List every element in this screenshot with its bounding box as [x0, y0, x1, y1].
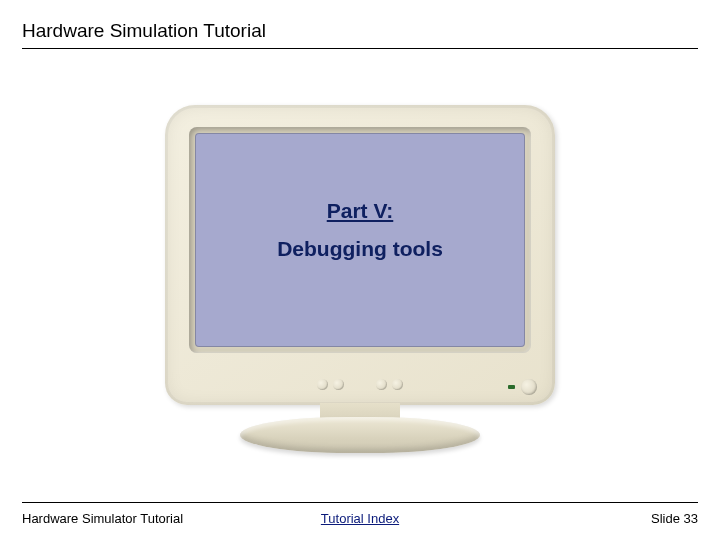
power-led-icon [508, 385, 515, 389]
control-knob-icon [333, 379, 344, 390]
control-knob-icon [317, 379, 328, 390]
slide: Hardware Simulation Tutorial Part V: Deb… [0, 0, 720, 540]
tutorial-index-link[interactable]: Tutorial Index [321, 511, 399, 526]
power-button-icon [521, 379, 537, 395]
title-area: Hardware Simulation Tutorial [22, 20, 698, 49]
control-knob-icon [376, 379, 387, 390]
screen-subtitle: Debugging tools [277, 237, 443, 261]
page-title: Hardware Simulation Tutorial [22, 20, 698, 42]
slide-number: Slide 33 [651, 511, 698, 526]
monitor-screen: Part V: Debugging tools [195, 133, 525, 347]
crt-monitor-graphic: Part V: Debugging tools [165, 105, 555, 453]
footer: Hardware Simulator Tutorial Tutorial Ind… [22, 502, 698, 526]
monitor-base [240, 417, 480, 453]
footer-left-text: Hardware Simulator Tutorial [22, 511, 183, 526]
monitor-bezel: Part V: Debugging tools [165, 105, 555, 405]
monitor-controls [165, 369, 555, 399]
screen-part-label: Part V: [327, 199, 394, 223]
control-knob-icon [392, 379, 403, 390]
